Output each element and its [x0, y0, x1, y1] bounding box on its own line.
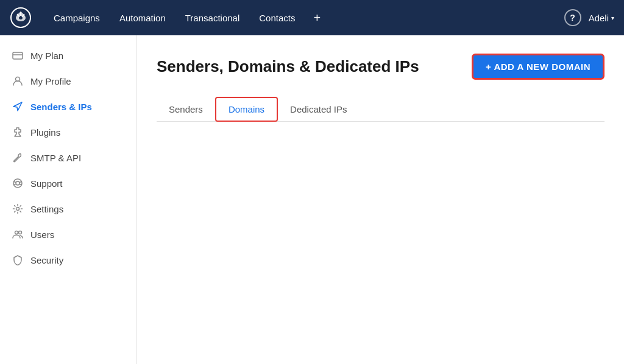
sidebar-label-users: Users [30, 229, 54, 240]
tab-domains[interactable]: Domains [215, 97, 278, 122]
sidebar-label-security: Security [30, 255, 63, 265]
svg-point-12 [15, 231, 18, 234]
sidebar-item-senders-ips[interactable]: Senders & IPs [0, 94, 136, 119]
svg-line-10 [20, 184, 22, 185]
tab-senders[interactable]: Senders [157, 97, 215, 121]
settings-icon [12, 203, 23, 214]
svg-line-9 [20, 182, 22, 183]
sidebar-item-support[interactable]: Support [0, 170, 136, 196]
card-icon [12, 50, 23, 61]
nav-links: Campaigns Automation Transactional Conta… [46, 9, 564, 27]
sidebar: My Plan My Profile Senders & IPs [0, 35, 137, 364]
nav-plus-button[interactable]: + [307, 9, 327, 26]
sidebar-item-users[interactable]: Users [0, 222, 136, 247]
svg-line-8 [14, 184, 16, 185]
nav-automation[interactable]: Automation [112, 9, 173, 27]
send-icon [12, 101, 23, 112]
main-layout: My Plan My Profile Senders & IPs [0, 35, 624, 364]
sidebar-label-my-profile: My Profile [30, 76, 71, 86]
main-header: Senders, Domains & Dedicated IPs + ADD A… [157, 54, 604, 80]
nav-transactional[interactable]: Transactional [178, 9, 247, 27]
sidebar-label-settings: Settings [30, 204, 63, 214]
sidebar-item-my-profile[interactable]: My Profile [0, 68, 136, 94]
sidebar-label-plugins: Plugins [30, 127, 60, 138]
main-content: Senders, Domains & Dedicated IPs + ADD A… [137, 35, 624, 364]
tabs-bar: Senders Domains Dedicated IPs [157, 97, 604, 122]
sidebar-item-my-plan[interactable]: My Plan [0, 43, 136, 68]
svg-rect-2 [13, 52, 23, 59]
page-title: Senders, Domains & Dedicated IPs [157, 57, 419, 76]
nav-campaigns[interactable]: Campaigns [46, 9, 107, 27]
svg-point-13 [19, 231, 22, 234]
shield-icon [12, 254, 23, 265]
sidebar-label-my-plan: My Plan [30, 51, 63, 61]
logo-icon[interactable] [10, 7, 32, 29]
support-icon [12, 178, 23, 189]
tab-content-area [157, 134, 604, 329]
nav-contacts[interactable]: Contacts [252, 9, 302, 27]
tab-dedicated-ips[interactable]: Dedicated IPs [278, 97, 359, 121]
user-icon [12, 75, 23, 86]
plugin-icon [12, 127, 23, 138]
user-label: Adeli [589, 13, 609, 23]
help-button[interactable]: ? [564, 9, 581, 26]
sidebar-item-settings[interactable]: Settings [0, 196, 136, 222]
sidebar-item-plugins[interactable]: Plugins [0, 119, 136, 145]
wrench-icon [12, 152, 23, 163]
sidebar-label-senders-ips: Senders & IPs [30, 102, 92, 112]
user-menu[interactable]: Adeli ▾ [589, 13, 614, 23]
user-dropdown-arrow: ▾ [611, 15, 614, 21]
svg-point-11 [16, 208, 20, 211]
topnav-right: ? Adeli ▾ [564, 9, 614, 26]
sidebar-label-support: Support [30, 178, 63, 189]
sidebar-item-smtp-api[interactable]: SMTP & API [0, 145, 136, 170]
sidebar-item-security[interactable]: Security [0, 247, 136, 273]
svg-line-7 [14, 182, 16, 183]
add-domain-button[interactable]: + ADD A NEW DOMAIN [472, 54, 604, 80]
users-icon [12, 229, 23, 240]
svg-point-5 [13, 179, 22, 187]
top-navigation: Campaigns Automation Transactional Conta… [0, 0, 624, 35]
sidebar-label-smtp-api: SMTP & API [30, 153, 81, 163]
svg-point-6 [16, 181, 20, 185]
